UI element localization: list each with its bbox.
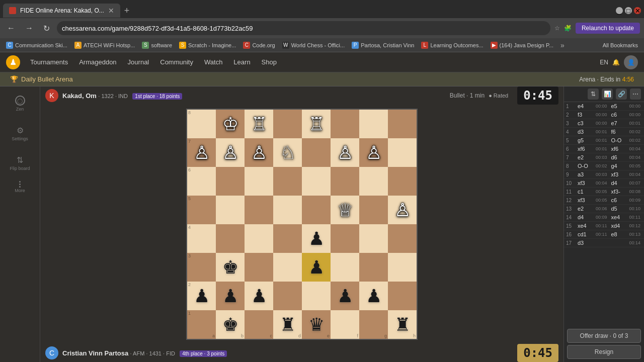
board-cell-e6[interactable] <box>302 167 331 196</box>
nav-watch[interactable]: Watch <box>199 55 227 69</box>
piece-bP-b2[interactable]: ♟ <box>222 287 238 305</box>
black-move[interactable]: xf300:04 <box>610 171 642 178</box>
piece-wP-b7[interactable]: ♙ <box>222 144 238 162</box>
active-tab[interactable]: FIDE Online Arena: Kakad, O... ✕ <box>3 4 120 18</box>
piece-wR-c8[interactable]: ♖ <box>251 115 267 133</box>
bookmark-item[interactable]: L Learning Outcomes... <box>419 41 485 50</box>
board-cell-a2[interactable]: 2♟ <box>187 282 216 310</box>
maximize-button[interactable]: □ <box>625 7 632 14</box>
piece-bP-f2[interactable]: ♟ <box>337 287 353 305</box>
url-input[interactable] <box>57 21 550 35</box>
board-cell-d8[interactable] <box>273 110 302 138</box>
reload-button[interactable]: ↻ <box>40 23 53 34</box>
nav-lang[interactable]: EN <box>600 59 608 66</box>
bookmark-item[interactable]: W World Chess - Offici... <box>280 41 347 50</box>
white-move[interactable]: g500:01 <box>576 137 609 144</box>
white-move[interactable]: d300:14 <box>576 239 642 246</box>
board-cell-f3[interactable] <box>331 253 359 282</box>
black-move[interactable]: xf600:04 <box>610 145 642 152</box>
white-move[interactable]: c300:00 <box>576 120 609 127</box>
piece-bP-a2[interactable]: ♟ <box>194 287 210 305</box>
bookmark-item[interactable]: A ATECH WiFi Hotsp... <box>72 41 137 50</box>
piece-bP-g2[interactable]: ♟ <box>366 287 382 305</box>
arena-title-text[interactable]: Daily Bullet Arena <box>21 75 73 83</box>
board-cell-e5[interactable] <box>302 196 331 224</box>
board-cell-b2[interactable]: ♟ <box>216 282 245 310</box>
board-cell-f1[interactable]: f <box>331 310 359 339</box>
board-cell-h5[interactable]: ♙ <box>388 196 417 224</box>
board-cell-e1[interactable]: e♛ <box>302 310 331 339</box>
white-move[interactable]: O-O00:02 <box>576 162 609 169</box>
resign-button[interactable]: Resign <box>567 345 641 359</box>
chess-board[interactable]: 8♔♖♖7♙♙♙♘♙♙65♕♙4♟3♚♟2♟♟♟♟♟1ab♚cd♜e♛fgh♜ <box>186 109 418 340</box>
board-cell-f5[interactable]: ♕ <box>331 196 359 224</box>
board-cell-e7[interactable] <box>302 138 331 167</box>
black-move[interactable]: e800:13 <box>610 231 642 238</box>
board-cell-e3[interactable]: ♟ <box>302 253 331 282</box>
piece-bP-e3[interactable]: ♟ <box>308 258 325 277</box>
nav-journal[interactable]: Journal <box>123 55 154 69</box>
board-cell-g8[interactable] <box>359 110 388 138</box>
minimize-button[interactable]: _ <box>616 7 623 14</box>
white-move[interactable]: e200:06 <box>576 205 609 212</box>
board-cell-e2[interactable] <box>302 282 331 310</box>
board-cell-b5[interactable] <box>216 196 245 224</box>
piece-bK-b1[interactable]: ♚ <box>222 316 238 334</box>
nav-learn[interactable]: Learn <box>228 55 255 69</box>
board-cell-a8[interactable]: 8 <box>187 110 216 138</box>
nav-tournaments[interactable]: Tournaments <box>25 55 73 69</box>
moves-list[interactable]: 1e400:00e500:002f300:00c600:003c300:00e7… <box>564 102 644 326</box>
more-options-icon[interactable]: ⋯ <box>630 88 641 100</box>
new-tab-button[interactable]: + <box>120 4 134 18</box>
site-logo[interactable]: ♟ <box>6 55 20 69</box>
board-cell-g5[interactable] <box>359 196 388 224</box>
board-cell-a6[interactable]: 6 <box>187 167 216 196</box>
bookmark-item[interactable]: C Communication Ski... <box>4 41 69 50</box>
white-move[interactable]: xe400:11 <box>576 222 609 229</box>
board-cell-c2[interactable]: ♟ <box>245 282 273 310</box>
white-move[interactable]: d400:09 <box>576 214 609 221</box>
piece-wK-b8[interactable]: ♔ <box>222 115 238 133</box>
black-move[interactable]: e700:01 <box>610 120 642 127</box>
black-move[interactable]: c600:09 <box>610 197 642 204</box>
piece-wP-h5[interactable]: ♙ <box>394 201 411 219</box>
board-cell-h4[interactable] <box>388 224 417 253</box>
all-bookmarks[interactable]: All Bookmarks <box>601 41 640 49</box>
board-cell-c4[interactable] <box>245 224 273 253</box>
board-cell-e4[interactable]: ♟ <box>302 224 331 253</box>
board-cell-c6[interactable] <box>245 167 273 196</box>
nav-community[interactable]: Community <box>155 55 198 69</box>
board-cell-b6[interactable] <box>216 167 245 196</box>
board-cell-d4[interactable] <box>273 224 302 253</box>
black-move[interactable]: e500:00 <box>610 103 642 110</box>
bookmark-item[interactable]: S Scratch - Imagine... <box>177 41 238 50</box>
black-move[interactable]: xf3-00:08 <box>610 188 642 195</box>
board-cell-g6[interactable] <box>359 167 388 196</box>
board-cell-b7[interactable]: ♙ <box>216 138 245 167</box>
nav-shop[interactable]: Shop <box>257 55 282 69</box>
piece-wN-d7[interactable]: ♘ <box>280 144 296 162</box>
board-cell-d1[interactable]: d♜ <box>273 310 302 339</box>
black-move[interactable]: d500:10 <box>610 205 642 212</box>
board-cell-g7[interactable]: ♙ <box>359 138 388 167</box>
flip-board-button[interactable]: ⇅ Flip board <box>10 155 30 171</box>
forward-button[interactable]: → <box>22 23 36 34</box>
white-move[interactable]: c100:05 <box>576 188 609 195</box>
bookmark-item[interactable]: ▶ (164) Java Design P... <box>489 41 555 50</box>
board-cell-f4[interactable] <box>331 224 359 253</box>
white-move[interactable]: f300:00 <box>576 111 609 118</box>
board-cell-g2[interactable]: ♟ <box>359 282 388 310</box>
board-cell-f2[interactable]: ♟ <box>331 282 359 310</box>
black-move[interactable]: f600:02 <box>610 128 642 135</box>
board-cell-d7[interactable]: ♘ <box>273 138 302 167</box>
piece-bQ-e1[interactable]: ♛ <box>308 316 325 334</box>
white-move[interactable]: xf600:01 <box>576 145 609 152</box>
piece-bP-e4[interactable]: ♟ <box>308 230 325 248</box>
piece-wP-a7[interactable]: ♙ <box>194 144 210 162</box>
bookmark-star-icon[interactable]: ☆ <box>554 25 560 32</box>
zen-button[interactable]: ◯ Zen <box>15 96 25 112</box>
board-cell-f6[interactable] <box>331 167 359 196</box>
white-move[interactable]: cd100:11 <box>576 231 609 238</box>
analysis-icon[interactable]: 📊 <box>602 88 613 100</box>
board-cell-c3[interactable] <box>245 253 273 282</box>
